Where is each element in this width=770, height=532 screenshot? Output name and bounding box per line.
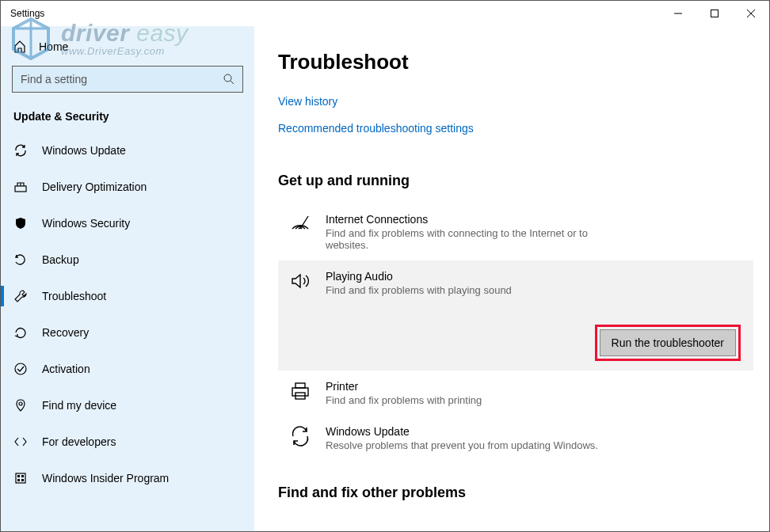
svg-rect-9 <box>16 473 25 483</box>
search-icon <box>223 74 234 85</box>
sidebar-item-activation[interactable]: Activation <box>1 351 254 387</box>
run-button-highlight: Run the troubleshooter <box>595 325 741 361</box>
troubleshooter-internet-connections[interactable]: Internet Connections Find and fix proble… <box>278 203 753 260</box>
sidebar-item-label: Activation <box>42 363 90 375</box>
sidebar-item-windows-update[interactable]: Windows Update <box>1 132 254 169</box>
shield-icon <box>13 216 28 230</box>
svg-rect-16 <box>292 388 308 396</box>
sidebar-item-label: For developers <box>42 435 116 448</box>
sidebar-item-label: Windows Security <box>42 217 130 230</box>
search-container <box>12 66 243 93</box>
troubleshooter-printer[interactable]: Printer Find and fix problems with print… <box>278 370 753 416</box>
troubleshooter-body: Internet Connections Find and fix proble… <box>326 213 742 251</box>
window-controls <box>660 1 769 26</box>
printer-icon <box>289 380 311 402</box>
troubleshooter-desc: Find and fix problems with connecting to… <box>326 227 627 251</box>
svg-line-14 <box>300 216 308 229</box>
sync-icon <box>289 425 311 447</box>
svg-rect-15 <box>295 383 305 388</box>
troubleshooter-playing-audio[interactable]: Playing Audio Find and fix problems with… <box>278 260 753 370</box>
svg-rect-11 <box>21 475 24 477</box>
troubleshooter-desc: Resolve problems that prevent you from u… <box>326 439 627 451</box>
sidebar-item-backup[interactable]: Backup <box>1 241 254 278</box>
sync-icon <box>13 143 28 158</box>
troubleshooter-body: Windows Update Resolve problems that pre… <box>326 425 742 451</box>
svg-rect-6 <box>15 186 26 192</box>
sidebar-item-delivery-optimization[interactable]: Delivery Optimization <box>1 169 254 205</box>
delivery-icon <box>13 180 28 194</box>
sidebar-item-label: Recovery <box>42 326 89 339</box>
internet-icon <box>289 213 311 235</box>
minimize-button[interactable] <box>660 1 696 26</box>
sidebar-item-label: Delivery Optimization <box>42 180 147 193</box>
nav: Windows Update Delivery Optimization Win… <box>1 132 254 531</box>
sidebar-item-label: Windows Update <box>42 144 126 157</box>
run-troubleshooter-button[interactable]: Run the troubleshooter <box>600 329 736 356</box>
svg-point-7 <box>15 363 26 374</box>
link-recommended-settings[interactable]: Recommended troubleshooting settings <box>278 122 474 135</box>
close-button[interactable] <box>733 1 769 26</box>
section-header: Update & Security <box>1 107 254 132</box>
window-title: Settings <box>10 8 44 19</box>
search-input[interactable] <box>21 73 215 86</box>
check-circle-icon <box>13 362 28 376</box>
developers-icon <box>13 435 28 449</box>
svg-rect-1 <box>711 10 719 17</box>
home-label: Home <box>39 40 68 53</box>
sidebar-item-for-developers[interactable]: For developers <box>1 424 254 460</box>
troubleshooter-title: Windows Update <box>326 425 742 438</box>
subheading-get-up: Get up and running <box>278 173 753 189</box>
sidebar-item-label: Find my device <box>42 399 116 412</box>
svg-point-4 <box>224 74 231 82</box>
svg-point-8 <box>19 402 22 405</box>
troubleshooter-windows-update[interactable]: Windows Update Resolve problems that pre… <box>278 416 753 461</box>
audio-icon <box>289 270 311 292</box>
svg-rect-13 <box>21 479 24 481</box>
sidebar-item-label: Windows Insider Program <box>42 472 169 484</box>
troubleshooter-title: Playing Audio <box>326 270 742 283</box>
sidebar-item-find-my-device[interactable]: Find my device <box>1 387 254 424</box>
troubleshooter-title: Internet Connections <box>326 213 742 226</box>
troubleshooter-desc: Find and fix problems with playing sound <box>326 284 627 296</box>
link-view-history[interactable]: View history <box>278 95 337 108</box>
wrench-icon <box>13 289 28 303</box>
main-panel: Troubleshoot View history Recommended tr… <box>254 26 769 531</box>
backup-icon <box>13 253 28 267</box>
troubleshooter-body: Playing Audio Find and fix problems with… <box>326 270 742 296</box>
maximize-button[interactable] <box>696 1 733 26</box>
location-icon <box>13 398 28 412</box>
sidebar-item-recovery[interactable]: Recovery <box>1 314 254 351</box>
sidebar-item-label: Troubleshoot <box>42 290 106 302</box>
troubleshooter-desc: Find and fix problems with printing <box>326 394 627 406</box>
sidebar-item-windows-security[interactable]: Windows Security <box>1 205 254 241</box>
run-button-row: Run the troubleshooter <box>289 310 742 361</box>
insider-icon <box>13 471 28 485</box>
svg-rect-10 <box>17 475 20 477</box>
troubleshooter-body: Printer Find and fix problems with print… <box>326 380 742 406</box>
home-nav[interactable]: Home <box>1 34 254 59</box>
home-icon <box>13 40 26 53</box>
sidebar-item-troubleshoot[interactable]: Troubleshoot <box>1 278 254 314</box>
svg-rect-12 <box>17 479 20 481</box>
titlebar: Settings <box>1 1 769 26</box>
recovery-icon <box>13 325 28 340</box>
troubleshooter-title: Printer <box>326 380 742 393</box>
content-area: Home Update & Security Windows Update De… <box>1 26 769 531</box>
svg-line-5 <box>231 81 234 84</box>
sidebar-item-label: Backup <box>42 253 79 266</box>
subheading-find-fix: Find and fix other problems <box>278 484 753 501</box>
sidebar-item-windows-insider[interactable]: Windows Insider Program <box>1 460 254 496</box>
page-title: Troubleshoot <box>278 50 753 74</box>
sidebar: Home Update & Security Windows Update De… <box>1 26 254 531</box>
search-input-wrap[interactable] <box>12 66 243 93</box>
